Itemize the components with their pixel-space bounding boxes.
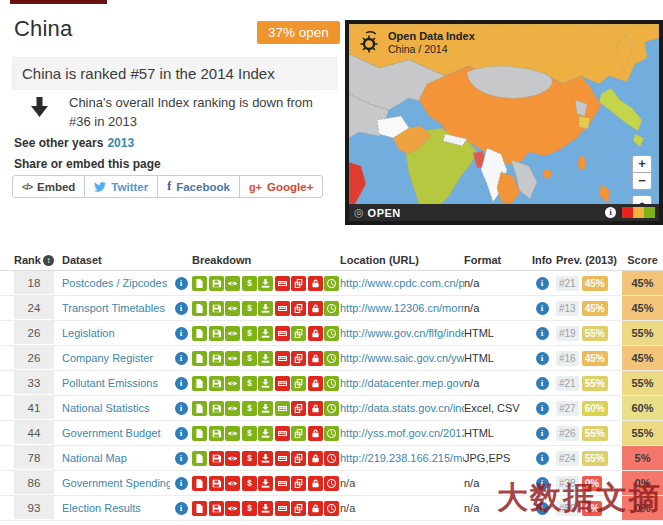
- dollar-icon[interactable]: [242, 326, 257, 341]
- info-icon[interactable]: i: [536, 352, 549, 365]
- save-icon[interactable]: [209, 276, 224, 291]
- file-icon[interactable]: [192, 476, 207, 491]
- sort-icon[interactable]: ↕: [43, 255, 54, 266]
- machine-readable-icon[interactable]: [275, 326, 290, 341]
- copy-icon[interactable]: [291, 401, 306, 416]
- clock-icon[interactable]: [324, 401, 339, 416]
- info-icon[interactable]: i: [536, 302, 549, 315]
- dollar-icon[interactable]: [242, 476, 257, 491]
- info-icon[interactable]: i: [536, 327, 549, 340]
- dataset-link[interactable]: Legislation: [62, 327, 115, 339]
- save-icon[interactable]: [209, 301, 224, 316]
- zoom-in-button[interactable]: +: [632, 155, 652, 173]
- download-icon[interactable]: [258, 426, 273, 441]
- dataset-link[interactable]: Pollutant Emissions: [62, 377, 158, 389]
- eye-icon[interactable]: [225, 476, 240, 491]
- info-icon[interactable]: i: [175, 452, 188, 465]
- location-link[interactable]: http://www.12306.cn/mormhw: [340, 302, 464, 314]
- clock-icon[interactable]: [324, 476, 339, 491]
- copy-icon[interactable]: [291, 426, 306, 441]
- unlock-icon[interactable]: [308, 476, 323, 491]
- unlock-icon[interactable]: [308, 351, 323, 366]
- unlock-icon[interactable]: [308, 301, 323, 316]
- location-link[interactable]: http://www.gov.cn/flfg/index.h.: [340, 327, 464, 339]
- save-icon[interactable]: [209, 376, 224, 391]
- info-icon[interactable]: i: [175, 477, 188, 490]
- file-icon[interactable]: [192, 451, 207, 466]
- location-link[interactable]: http://yss.mof.gov.cn/2013zycz: [340, 427, 464, 439]
- file-icon[interactable]: [192, 326, 207, 341]
- unlock-icon[interactable]: [308, 501, 323, 516]
- machine-readable-icon[interactable]: [275, 476, 290, 491]
- copy-icon[interactable]: [291, 276, 306, 291]
- save-icon[interactable]: [209, 501, 224, 516]
- clock-icon[interactable]: [324, 351, 339, 366]
- save-icon[interactable]: [209, 401, 224, 416]
- save-icon[interactable]: [209, 326, 224, 341]
- info-icon[interactable]: i: [536, 377, 549, 390]
- info-icon[interactable]: i: [536, 502, 549, 515]
- header-rank[interactable]: Rank ↕: [14, 250, 54, 270]
- clock-icon[interactable]: [324, 451, 339, 466]
- eye-icon[interactable]: [225, 301, 240, 316]
- info-icon[interactable]: i: [175, 302, 188, 315]
- info-icon[interactable]: i: [536, 402, 549, 415]
- info-icon[interactable]: i: [175, 352, 188, 365]
- machine-readable-icon[interactable]: [275, 301, 290, 316]
- map-info-icon[interactable]: i: [605, 207, 616, 218]
- dataset-link[interactable]: National Statistics: [62, 402, 149, 414]
- info-icon[interactable]: i: [536, 277, 549, 290]
- clock-icon[interactable]: [324, 276, 339, 291]
- dataset-link[interactable]: Government Budget: [62, 427, 160, 439]
- machine-readable-icon[interactable]: [275, 276, 290, 291]
- unlock-icon[interactable]: [308, 326, 323, 341]
- clock-icon[interactable]: [324, 326, 339, 341]
- location-link[interactable]: http://219.238.166.215/mcp/in: [340, 452, 464, 464]
- dollar-icon[interactable]: [242, 301, 257, 316]
- file-icon[interactable]: [192, 376, 207, 391]
- file-icon[interactable]: [192, 401, 207, 416]
- clock-icon[interactable]: [324, 426, 339, 441]
- map-canvas[interactable]: Open Data Index China / 2014 + − ●: [349, 24, 659, 204]
- unlock-icon[interactable]: [308, 276, 323, 291]
- download-icon[interactable]: [258, 376, 273, 391]
- info-icon[interactable]: i: [175, 427, 188, 440]
- file-icon[interactable]: [192, 351, 207, 366]
- save-icon[interactable]: [209, 451, 224, 466]
- zoom-out-button[interactable]: −: [632, 172, 652, 190]
- info-icon[interactable]: i: [175, 402, 188, 415]
- clock-icon[interactable]: [324, 301, 339, 316]
- dollar-icon[interactable]: [242, 501, 257, 516]
- eye-icon[interactable]: [225, 401, 240, 416]
- file-icon[interactable]: [192, 426, 207, 441]
- dollar-icon[interactable]: [242, 426, 257, 441]
- copy-icon[interactable]: [291, 301, 306, 316]
- location-link[interactable]: http://data.stats.gov.cn/index...: [340, 402, 464, 414]
- eye-icon[interactable]: [225, 326, 240, 341]
- google-button[interactable]: g+Google+: [239, 175, 323, 198]
- facebook-button[interactable]: fFacebook: [157, 175, 240, 198]
- machine-readable-icon[interactable]: [275, 376, 290, 391]
- machine-readable-icon[interactable]: [275, 351, 290, 366]
- year-2013-link[interactable]: 2013: [107, 136, 134, 150]
- info-icon[interactable]: i: [175, 327, 188, 340]
- dataset-link[interactable]: Transport Timetables: [62, 302, 165, 314]
- info-icon[interactable]: i: [175, 377, 188, 390]
- copy-icon[interactable]: [291, 376, 306, 391]
- info-icon[interactable]: i: [536, 427, 549, 440]
- info-icon[interactable]: i: [175, 277, 188, 290]
- download-icon[interactable]: [258, 326, 273, 341]
- info-icon[interactable]: i: [175, 502, 188, 515]
- file-icon[interactable]: [192, 301, 207, 316]
- clock-icon[interactable]: [324, 376, 339, 391]
- machine-readable-icon[interactable]: [275, 501, 290, 516]
- download-icon[interactable]: [258, 351, 273, 366]
- download-icon[interactable]: [258, 476, 273, 491]
- dataset-link[interactable]: Company Register: [62, 352, 153, 364]
- dollar-icon[interactable]: [242, 351, 257, 366]
- globe-button[interactable]: ●: [632, 195, 652, 204]
- unlock-icon[interactable]: [308, 376, 323, 391]
- eye-icon[interactable]: [225, 451, 240, 466]
- location-link[interactable]: http://www.cpdc.com.cn/postc: [340, 277, 464, 289]
- machine-readable-icon[interactable]: [275, 451, 290, 466]
